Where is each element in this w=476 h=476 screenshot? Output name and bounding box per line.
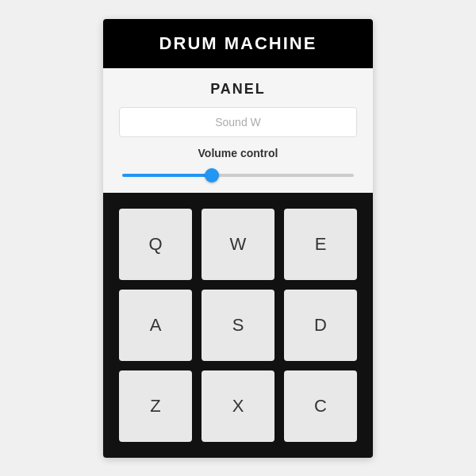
drum-pad-s[interactable]: S <box>202 290 274 361</box>
drum-pad-grid: QWEASDZXC <box>103 193 373 458</box>
drum-pad-q[interactable]: Q <box>119 209 192 280</box>
drum-pad-e[interactable]: E <box>284 209 357 280</box>
drum-pad-a[interactable]: A <box>119 290 192 361</box>
volume-label: Volume control <box>119 147 357 159</box>
drum-pad-x[interactable]: X <box>202 370 274 442</box>
sound-display: Sound W <box>119 107 357 137</box>
volume-slider[interactable] <box>122 174 354 177</box>
drum-pad-d[interactable]: D <box>284 290 357 361</box>
drum-pad-c[interactable]: C <box>284 370 357 442</box>
panel-section: PANEL Sound W Volume control <box>103 68 373 193</box>
app-container: DRUM MACHINE PANEL Sound W Volume contro… <box>103 19 373 458</box>
header: DRUM MACHINE <box>103 19 373 68</box>
app-title: DRUM MACHINE <box>159 33 317 53</box>
drum-pad-w[interactable]: W <box>202 209 274 280</box>
panel-label: PANEL <box>119 81 357 98</box>
drum-pad-z[interactable]: Z <box>119 370 192 442</box>
volume-slider-container <box>119 166 357 193</box>
